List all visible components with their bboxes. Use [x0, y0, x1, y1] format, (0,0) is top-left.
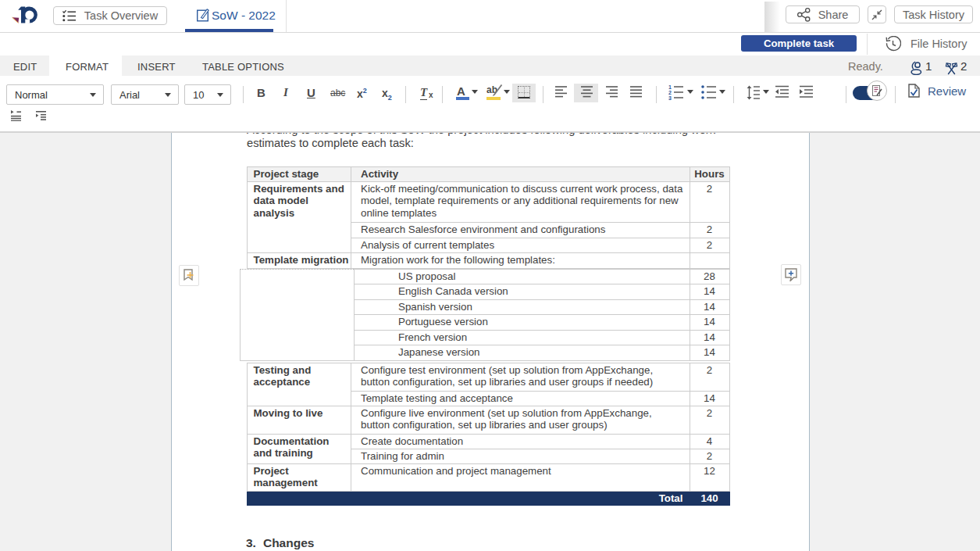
- svg-text:3: 3: [668, 95, 672, 101]
- svg-text:2: 2: [668, 90, 672, 95]
- svg-text:1: 1: [668, 84, 672, 90]
